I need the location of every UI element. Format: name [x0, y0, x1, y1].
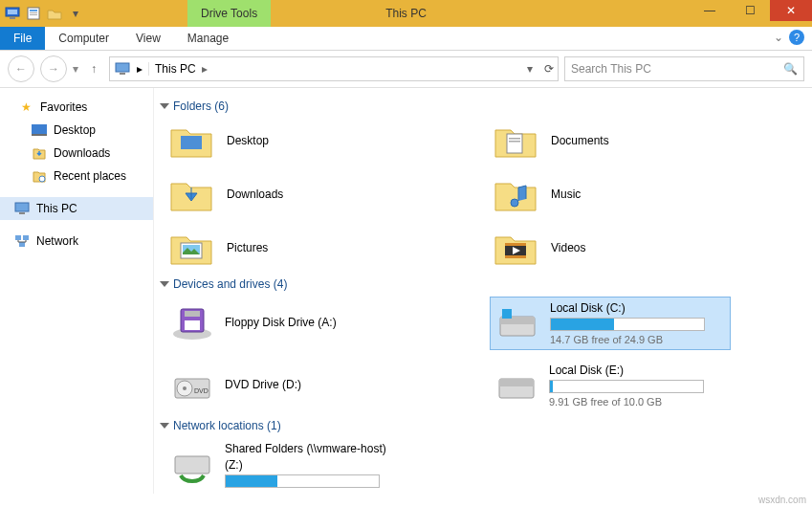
svg-rect-2: [10, 17, 15, 19]
breadcrumb-chevron-icon[interactable]: ▸: [202, 62, 208, 76]
folder-documents[interactable]: Documents: [490, 119, 804, 163]
folder-pictures[interactable]: Pictures: [165, 226, 480, 270]
search-icon: 🔍: [783, 62, 798, 76]
search-input[interactable]: Search This PC 🔍: [564, 56, 804, 81]
contextual-tab-drive-tools[interactable]: Drive Tools: [187, 0, 271, 27]
ribbon-expand-icon[interactable]: ⌄: [774, 31, 783, 44]
storage-fill: [226, 475, 277, 487]
tab-manage[interactable]: Manage: [174, 27, 242, 50]
drive-name: Shared Folders (\\vmware-host): [225, 442, 399, 455]
svg-point-35: [183, 386, 187, 390]
close-button[interactable]: ✕: [770, 0, 812, 21]
svg-text:DVD: DVD: [194, 387, 208, 394]
svg-rect-14: [15, 235, 21, 240]
drive-floppy[interactable]: Floppy Disk Drive (A:): [165, 297, 405, 350]
content-pane: Folders (6) Desktop Documents Downloads …: [154, 88, 812, 494]
section-network-header[interactable]: Network locations (1): [162, 419, 804, 432]
collapse-icon: [160, 281, 169, 287]
navigation-bar: ← → ▾ ↑ ▸ This PC ▸ ▾ ⟳ Search This PC 🔍: [0, 51, 812, 88]
svg-rect-18: [507, 134, 522, 153]
drive-name: Local Disk (E:): [549, 364, 723, 377]
drive-free-space: 14.7 GB free of 24.9 GB: [550, 334, 724, 345]
up-button[interactable]: ↑: [84, 62, 103, 76]
recent-places-icon: [31, 167, 48, 185]
collapse-icon: [160, 103, 169, 109]
svg-rect-13: [19, 212, 25, 214]
qat-dropdown-icon[interactable]: ▾: [67, 5, 84, 22]
folder-label: Documents: [551, 134, 609, 147]
folder-downloads[interactable]: Downloads: [165, 172, 480, 216]
nav-this-pc-label: This PC: [36, 199, 77, 218]
pc-icon: [114, 60, 131, 77]
network-share[interactable]: Shared Folders (\\vmware-host) (Z:): [165, 438, 405, 494]
svg-rect-32: [502, 309, 512, 319]
storage-bar: [549, 380, 704, 393]
title-bar: ▾ Drive Tools This PC — ☐ ✕: [0, 0, 812, 27]
section-folders-header[interactable]: Folders (6): [162, 99, 804, 113]
storage-bar: [550, 318, 705, 331]
recent-locations-dropdown-icon[interactable]: ▾: [73, 62, 78, 76]
storage-fill: [550, 381, 553, 392]
svg-rect-24: [505, 243, 526, 246]
svg-rect-20: [509, 141, 520, 143]
ribbon-tabs: File Computer View Manage ⌄ ?: [0, 27, 812, 51]
svg-rect-28: [185, 311, 200, 317]
folder-icon: [167, 174, 215, 214]
desktop-icon: [31, 121, 48, 139]
drive-name: Floppy Disk Drive (A:): [225, 316, 399, 329]
section-folders-label: Folders (6): [173, 99, 229, 113]
pc-icon: [13, 200, 31, 217]
back-button[interactable]: ←: [8, 55, 34, 82]
drive-c[interactable]: Local Disk (C:) 14.7 GB free of 24.9 GB: [490, 297, 731, 350]
breadcrumb-item[interactable]: ▸: [137, 62, 149, 76]
navigation-pane: ★ Favorites Desktop Downloads Recent pla…: [0, 88, 154, 494]
svg-rect-1: [8, 10, 17, 14]
svg-rect-7: [116, 63, 129, 72]
nav-network[interactable]: Network: [0, 230, 153, 253]
nav-desktop[interactable]: Desktop: [0, 119, 153, 142]
drive-e[interactable]: Local Disk (E:) 9.91 GB free of 10.0 GB: [490, 360, 729, 411]
help-icon[interactable]: ?: [789, 30, 804, 45]
folder-icon: [167, 228, 215, 268]
section-drives-header[interactable]: Devices and drives (4): [162, 277, 804, 291]
watermark: wsxdn.com: [758, 495, 806, 505]
dvd-icon: DVD: [171, 367, 213, 404]
tab-view[interactable]: View: [122, 27, 174, 50]
svg-point-11: [39, 176, 45, 182]
new-folder-icon[interactable]: [46, 5, 63, 22]
folder-label: Videos: [551, 241, 585, 254]
window-title: This PC: [385, 0, 427, 27]
folder-music[interactable]: Music: [490, 172, 804, 216]
nav-network-label: Network: [36, 231, 78, 251]
breadcrumb-thispc[interactable]: This PC: [155, 62, 196, 76]
nav-recent-places[interactable]: Recent places: [0, 165, 153, 187]
nav-favorites[interactable]: ★ Favorites: [0, 96, 153, 119]
drive-letter: (Z:): [225, 458, 399, 472]
minimize-button[interactable]: —: [690, 0, 730, 21]
properties-icon[interactable]: [25, 5, 42, 22]
storage-fill: [551, 319, 614, 330]
address-bar[interactable]: ▸ This PC ▸ ▾ ⟳: [109, 56, 559, 81]
refresh-button[interactable]: ⟳: [544, 62, 554, 76]
maximize-button[interactable]: ☐: [730, 0, 770, 21]
window-controls: — ☐ ✕: [690, 0, 812, 21]
address-dropdown-icon[interactable]: ▾: [527, 62, 533, 76]
nav-recent-label: Recent places: [54, 166, 126, 186]
pc-icon[interactable]: [4, 5, 21, 22]
tab-computer[interactable]: Computer: [45, 27, 122, 50]
svg-rect-9: [32, 124, 47, 134]
svg-rect-6: [30, 14, 37, 15]
folder-videos[interactable]: Videos: [490, 226, 804, 270]
tab-file[interactable]: File: [0, 27, 45, 50]
floppy-icon: [171, 305, 213, 342]
forward-button[interactable]: →: [40, 55, 67, 82]
svg-rect-16: [19, 242, 25, 247]
folder-icon: [492, 174, 539, 214]
nav-this-pc[interactable]: This PC: [0, 197, 153, 220]
drive-dvd[interactable]: DVD DVD Drive (D:): [165, 360, 405, 411]
folder-desktop[interactable]: Desktop: [165, 119, 480, 163]
nav-downloads[interactable]: Downloads: [0, 142, 153, 165]
svg-rect-29: [185, 320, 200, 330]
folder-label: Downloads: [227, 187, 283, 201]
section-drives-label: Devices and drives (4): [173, 277, 287, 291]
